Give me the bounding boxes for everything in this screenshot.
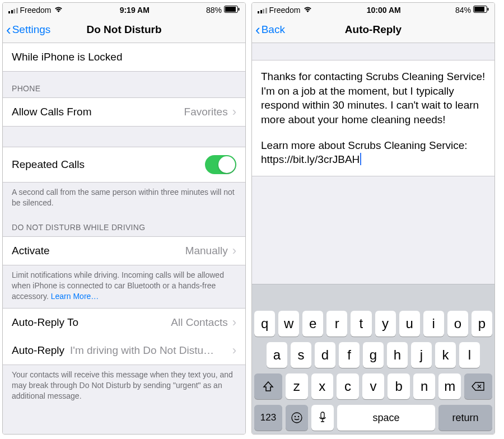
keyboard-row-2: asdfghjkl [254,342,492,368]
key-a[interactable]: a [267,342,287,368]
key-n[interactable]: n [413,373,436,399]
section-footer-activate: Limit notifications while driving. Incom… [3,265,245,309]
status-right: 88% [206,6,240,15]
signal-icon [258,7,267,13]
status-left: Freedom [258,6,312,15]
svg-rect-5 [487,8,488,11]
row-autoreply[interactable]: Auto-Reply I'm driving with Do Not Distu… [3,337,245,365]
settings-body[interactable]: While iPhone is Locked Phone Allow Calls… [3,43,245,434]
key-backspace[interactable] [464,373,492,399]
row-value: Manually [185,245,228,257]
row-allow-calls-from[interactable]: Allow Calls From Favorites › [3,97,245,127]
key-mode-123[interactable]: 123 [254,405,282,431]
chevron-right-icon: › [232,106,236,118]
back-button[interactable]: ‹ Settings [6,16,50,43]
keyboard-row-3: zxcvbnm [254,373,492,399]
key-f[interactable]: f [339,342,360,368]
row-value: All Contacts [171,316,227,329]
chevron-right-icon: › [232,316,236,329]
keyboard-row-4: 123 space return [254,405,492,431]
row-value: Favorites [184,106,228,118]
key-return[interactable]: return [438,405,492,431]
key-p[interactable]: p [472,311,492,337]
carrier-label: Freedom [269,6,301,15]
keyboard-suggestions-bar[interactable] [252,284,494,307]
toggle-switch-on[interactable] [205,155,236,174]
battery-percent: 84% [455,6,471,15]
key-g[interactable]: g [363,342,384,368]
row-value: I'm driving with Do Not Distu… [70,344,223,357]
svg-rect-1 [225,7,236,12]
back-label: Back [262,24,285,36]
keyboard-row-1: qwertyuiop [254,311,492,337]
learn-more-link[interactable]: Learn More… [51,292,99,301]
svg-point-8 [298,416,299,417]
phone-autoreply-editor: Freedom 10:00 AM 84% ‹ Back Auto-Reply T… [251,2,495,435]
key-space[interactable]: space [337,405,435,431]
svg-rect-2 [238,8,239,11]
back-button[interactable]: ‹ Back [255,16,285,43]
row-activate[interactable]: Activate Manually › [3,236,245,265]
key-v[interactable]: v [362,373,385,399]
battery-percent: 88% [206,6,222,15]
editor-paragraph: Thanks for contacting Scrubs Cleaning Se… [261,69,486,127]
key-x[interactable]: x [311,373,334,399]
svg-point-6 [292,413,302,423]
row-repeated-calls[interactable]: Repeated Calls [3,147,245,183]
key-i[interactable]: i [423,311,444,337]
back-label: Settings [12,24,51,36]
svg-rect-9 [321,412,324,418]
key-b[interactable]: b [388,373,410,399]
key-w[interactable]: w [278,311,299,337]
status-right: 84% [455,6,489,15]
row-label: Allow Calls From [12,106,92,118]
key-k[interactable]: k [435,342,456,368]
nav-bar: ‹ Back Auto-Reply [252,16,494,43]
wifi-icon [303,6,312,15]
battery-icon [224,6,240,15]
key-d[interactable]: d [315,342,335,368]
key-s[interactable]: s [291,342,311,368]
key-t[interactable]: t [351,311,371,337]
row-autoreply-to[interactable]: Auto-Reply To All Contacts › [3,308,245,337]
row-label: Auto-Reply To [12,316,78,329]
row-label: While iPhone is Locked [12,51,123,63]
svg-point-7 [295,416,296,417]
status-bar: Freedom 9:19 AM 88% [3,3,245,16]
phone-dnd-settings: Freedom 9:19 AM 88% ‹ Settings Do Not Di… [2,2,246,435]
key-z[interactable]: z [286,373,308,399]
row-label: Repeated Calls [12,158,85,171]
key-m[interactable]: m [438,373,461,399]
key-c[interactable]: c [337,373,359,399]
section-footer-autoreply: Your contacts will receive this message … [3,365,245,408]
status-left: Freedom [8,6,63,15]
battery-icon [473,6,489,15]
key-r[interactable]: r [326,311,347,337]
key-o[interactable]: o [447,311,468,337]
key-e[interactable]: e [302,311,323,337]
chevron-right-icon: › [232,245,236,257]
section-header-phone: Phone [3,72,245,97]
row-label: Auto-Reply [12,344,64,357]
section-footer-repeated: A second call from the same person withi… [3,183,245,215]
signal-icon [8,7,18,13]
status-time: 10:00 AM [367,6,401,15]
key-shift[interactable] [254,373,282,399]
key-y[interactable]: y [375,311,396,337]
row-while-locked[interactable]: While iPhone is Locked [3,43,245,72]
key-q[interactable]: q [254,311,275,337]
key-h[interactable]: h [387,342,408,368]
key-l[interactable]: l [459,342,480,368]
wifi-icon [54,6,63,15]
chevron-left-icon: ‹ [255,22,260,37]
key-emoji[interactable] [286,405,308,431]
editor-area: Thanks for contacting Scrubs Cleaning Se… [252,43,494,434]
row-label: Activate [12,245,50,257]
editor-paragraph: Learn more about Scrubs Cleaning Service… [261,138,486,167]
autoreply-text-input[interactable]: Thanks for contacting Scrubs Cleaning Se… [252,60,494,176]
key-dictation[interactable] [311,405,334,431]
section-header-driving: Do Not Disturb While Driving [3,215,245,236]
key-j[interactable]: j [411,342,432,368]
key-u[interactable]: u [399,311,420,337]
nav-bar: ‹ Settings Do Not Disturb [3,16,245,43]
